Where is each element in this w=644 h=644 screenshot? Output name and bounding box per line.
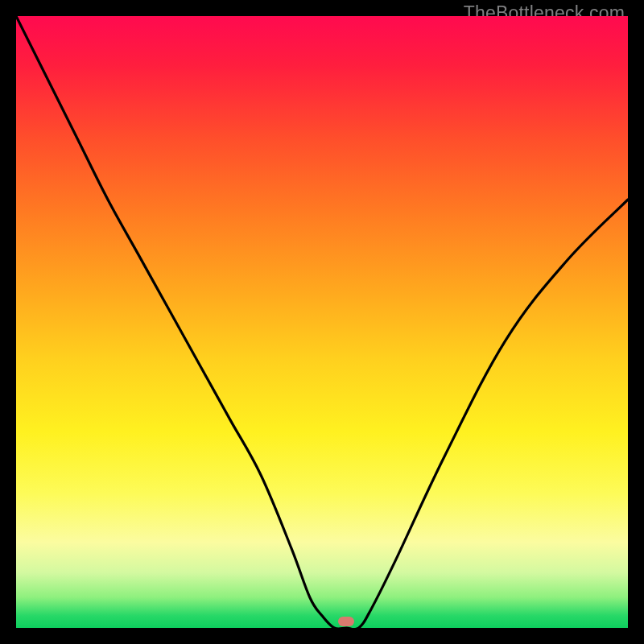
curve-svg	[16, 16, 628, 628]
bottleneck-curve	[16, 16, 628, 628]
valley-marker	[338, 617, 354, 626]
plot-area	[16, 16, 628, 628]
chart-frame: TheBottleneck.com	[0, 0, 644, 644]
